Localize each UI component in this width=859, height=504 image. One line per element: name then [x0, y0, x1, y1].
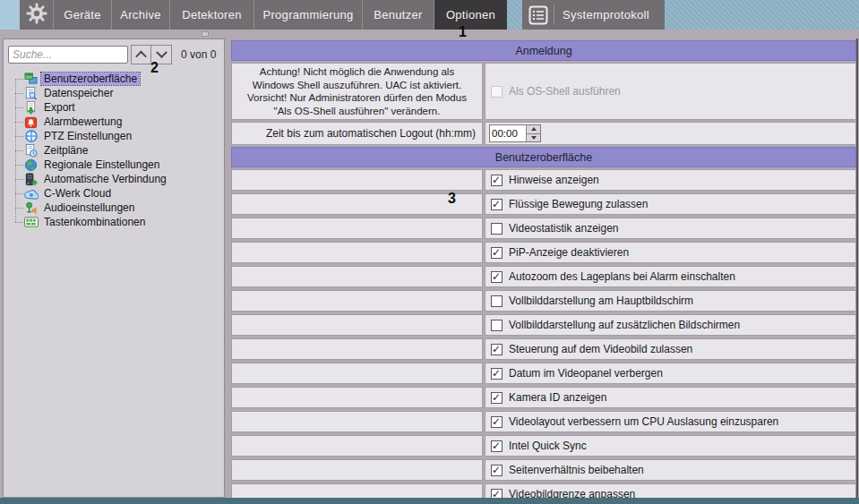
spin-up-icon — [531, 127, 537, 131]
globe-icon — [23, 158, 39, 172]
checkbox-label: Intel Quick Sync — [509, 440, 587, 452]
checkbox-label: PiP-Anzeige deaktivieren — [509, 246, 629, 259]
setting-row: Kamera ID anzeigen — [231, 387, 856, 408]
topbar-left-strip — [0, 0, 20, 30]
section-header-benutzeroberflaeche: Benutzeroberfläche — [231, 147, 856, 167]
checkbox[interactable] — [491, 247, 503, 259]
application-window: Geräte Archive Detektoren Programmierung… — [0, 0, 859, 504]
setting-row: Hinweise anzeigen — [231, 169, 856, 191]
checkbox-label: Vollbilddarstellung am Hauptbildschirm — [509, 295, 693, 307]
sidebar-item-zeitplaene[interactable]: Zeitpläne — [13, 143, 224, 158]
checkbox-label: Flüssige Bewegung zulassen — [509, 198, 648, 210]
checkbox-label: Kamera ID anzeigen — [509, 391, 606, 404]
log-list-icon — [522, 4, 554, 25]
top-ribbon: Geräte Archive Detektoren Programmierung… — [0, 0, 859, 30]
splitter-grip[interactable] — [202, 31, 209, 37]
tab-detektoren[interactable]: Detektoren — [170, 0, 254, 30]
checkbox[interactable] — [491, 320, 503, 331]
annotation-step-1: 1 — [459, 24, 467, 40]
tab-programmierung[interactable]: Programmierung — [254, 0, 363, 30]
annotation-step-3: 3 — [448, 191, 456, 207]
checkbox[interactable] — [491, 416, 503, 428]
tab-systemprotokoll[interactable]: Systemprotokoll — [522, 0, 665, 30]
sidebar-item-label: Tastenkombinationen — [41, 216, 148, 228]
search-input[interactable] — [8, 46, 128, 64]
checkbox[interactable] — [491, 199, 503, 210]
checkbox[interactable] — [491, 175, 503, 186]
setting-row: Seitenverhältnis beibehalten — [231, 459, 856, 481]
search-prev-button[interactable] — [131, 45, 151, 64]
keyboard-icon — [23, 215, 39, 229]
setting-row: Videostatistik anzeigen — [231, 218, 856, 239]
setting-row: Intel Quick Sync — [231, 435, 856, 457]
sidebar-item-ptz-einstellungen[interactable]: PTZ Einstellungen — [13, 129, 224, 143]
settings-sidebar: 0 von 0 Benutzeroberfläche — [3, 38, 225, 498]
sidebar-item-regionale-einstellungen[interactable]: Regionale Einstellungen — [13, 158, 224, 172]
panel-right-edge — [856, 38, 858, 498]
sidebar-item-label: Regionale Einstellungen — [41, 158, 162, 171]
sidebar-item-tastenkombinationen[interactable]: Tastenkombinationen — [13, 215, 224, 229]
logout-timeout-spinner — [489, 124, 541, 142]
tab-archive[interactable]: Archive — [112, 0, 170, 30]
export-download-icon — [23, 100, 39, 115]
logout-timeout-label: Zeit bis zum automatischen Logout (hh:mm… — [266, 127, 482, 140]
schedule-clock-icon — [23, 143, 39, 158]
sidebar-item-cwerk-cloud[interactable]: C-Werk Cloud — [13, 186, 224, 201]
sidebar-item-benutzeroberflaeche[interactable]: Benutzeroberfläche — [13, 72, 224, 86]
checkbox[interactable] — [491, 392, 503, 404]
checkbox[interactable] — [491, 223, 503, 235]
systemprotokoll-label: Systemprotokoll — [563, 8, 649, 21]
os-shell-checkbox — [491, 86, 503, 98]
window-bottom-edge — [0, 498, 859, 504]
sidebar-item-label: Export — [41, 101, 78, 114]
checkbox[interactable] — [491, 295, 503, 307]
checkbox-label: Steuerung auf dem Videobild zulassen — [509, 343, 692, 355]
gear-icon — [26, 3, 47, 28]
checkbox[interactable] — [491, 271, 503, 283]
checkbox-label: Datum im Videopanel verbergen — [509, 367, 663, 380]
ptz-crosshair-icon — [23, 129, 39, 143]
setting-row: Vollbilddarstellung auf zusätzlichen Bil… — [231, 314, 856, 336]
checkbox[interactable] — [491, 465, 503, 476]
setting-row: PiP-Anzeige deaktivieren — [231, 242, 856, 263]
main-tab-strip: Geräte Archive Detektoren Programmierung… — [20, 0, 507, 30]
logout-label-cell: Zeit bis zum automatischen Logout (hh:mm… — [231, 122, 483, 145]
checkbox-label: Vollbilddarstellung auf zusätzlichen Bil… — [509, 319, 740, 331]
checkbox[interactable] — [491, 344, 503, 355]
logout-timeout-input[interactable] — [490, 125, 526, 141]
checkbox[interactable] — [491, 440, 503, 452]
sidebar-item-datenspeicher[interactable]: Datenspeicher — [13, 86, 224, 100]
microphone-audio-icon — [23, 201, 39, 215]
checkbox[interactable] — [491, 368, 503, 380]
sidebar-item-label: Automatische Verbindung — [41, 173, 169, 185]
ui-settings-rows: Hinweise anzeigen Flüssige Bewegung zula… — [231, 167, 856, 504]
setting-row: Vollbilddarstellung am Hauptbildschirm — [231, 290, 856, 312]
section-header-anmeldung: Anmeldung — [231, 40, 856, 61]
spin-down-button[interactable] — [527, 133, 540, 142]
sidebar-item-export[interactable]: Export — [13, 100, 224, 115]
tab-optionen[interactable]: Optionen — [434, 0, 507, 30]
server-connect-icon — [23, 172, 39, 186]
setting-row: Steuerung auf dem Videobild zulassen — [231, 338, 856, 360]
os-shell-row: Achtung! Nicht möglich die Anwendung als… — [231, 63, 856, 120]
tab-geraete[interactable]: Geräte — [54, 0, 112, 30]
sidebar-item-label: Benutzeroberfläche — [41, 73, 140, 85]
settings-gear-button[interactable] — [20, 0, 54, 30]
os-shell-warning-cell: Achtung! Nicht möglich die Anwendung als… — [231, 63, 483, 120]
options-panel: Anmeldung Achtung! Nicht möglich die Anw… — [231, 40, 856, 504]
checkbox-label: Autozoom des Lageplans bei Alarm einscha… — [509, 270, 735, 283]
spin-up-button[interactable] — [527, 125, 540, 133]
setting-row: Datum im Videopanel verbergen — [231, 363, 856, 384]
sidebar-item-label: Alarmbewertung — [41, 115, 125, 128]
sidebar-item-audioeinstellungen[interactable]: Audioeinstellungen — [13, 201, 224, 215]
chevron-down-icon — [156, 47, 168, 58]
settings-tree: Benutzeroberfläche Datenspeicher — [13, 72, 224, 229]
cloud-icon — [23, 186, 39, 201]
sidebar-item-label: Datenspeicher — [41, 87, 116, 99]
datastore-search-icon — [23, 86, 39, 100]
os-shell-checkbox-label: Als OS-Shell ausführen — [509, 85, 621, 98]
tab-benutzer[interactable]: Benutzer — [363, 0, 434, 30]
sidebar-item-automatische-verbindung[interactable]: Automatische Verbindung — [13, 172, 224, 186]
sidebar-item-alarmbewertung[interactable]: Alarmbewertung — [13, 115, 224, 129]
logout-value-cell — [485, 122, 856, 145]
